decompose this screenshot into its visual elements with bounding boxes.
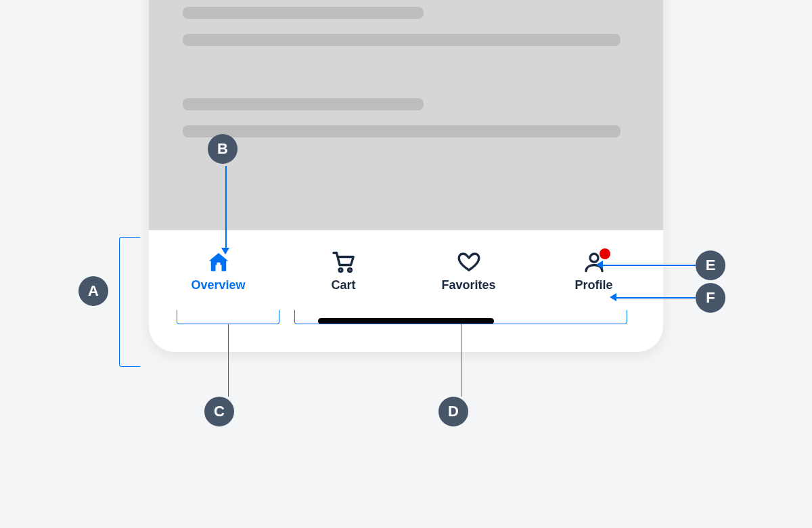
annotation-label-d: D — [438, 397, 468, 426]
device-frame: Overview Cart Favorite — [149, 0, 663, 352]
svg-point-2 — [348, 268, 351, 271]
person-icon — [581, 250, 608, 274]
tab-cart[interactable]: Cart — [281, 250, 406, 292]
tab-profile[interactable]: Profile — [531, 250, 656, 292]
cart-icon — [330, 250, 357, 274]
tab-favorites[interactable]: Favorites — [406, 250, 531, 292]
annotation-label-e: E — [696, 250, 725, 280]
home-indicator — [318, 318, 494, 324]
annotation-bracket-a — [119, 237, 140, 367]
tab-label: Profile — [574, 278, 612, 292]
annotation-label-b: B — [208, 134, 238, 164]
annotation-arrow-f — [610, 293, 616, 301]
placeholder-line — [183, 98, 424, 110]
annotation-label-f: F — [696, 283, 725, 313]
tab-label: Overview — [191, 278, 245, 292]
annotation-label-a: A — [78, 276, 108, 306]
tab-overview[interactable]: Overview — [156, 250, 281, 292]
annotation-arrow-b — [221, 248, 229, 255]
notification-badge — [600, 248, 610, 259]
annotation-label-c: C — [204, 397, 234, 426]
heart-icon — [455, 250, 482, 274]
annotation-arrow-e — [596, 261, 603, 269]
tab-bar: Overview Cart Favorite — [149, 230, 663, 311]
diagram-canvas: Overview Cart Favorite — [0, 0, 812, 528]
placeholder-line — [183, 7, 424, 19]
svg-point-1 — [339, 268, 342, 271]
tab-label: Favorites — [441, 278, 495, 292]
tab-label: Cart — [331, 278, 355, 292]
placeholder-content — [149, 0, 663, 230]
placeholder-line — [183, 34, 621, 46]
svg-rect-0 — [217, 262, 220, 266]
placeholder-line — [183, 125, 621, 137]
